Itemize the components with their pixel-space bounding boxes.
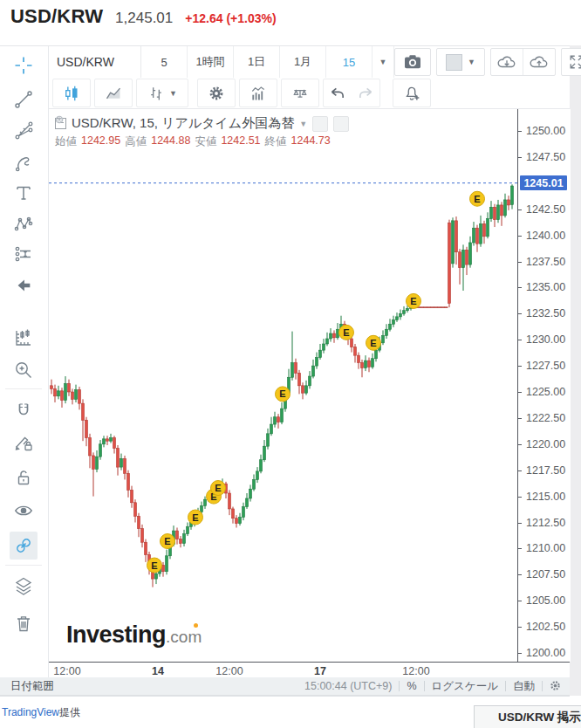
settings-button[interactable] — [197, 79, 236, 107]
trash-icon — [13, 613, 34, 634]
interval-button-1h[interactable]: 1時間 — [188, 46, 234, 78]
price-tick-label: 1230.00 — [526, 333, 565, 346]
object-tree-tool[interactable] — [10, 572, 38, 600]
candles-style-button[interactable] — [52, 79, 91, 107]
axis-settings-button[interactable] — [550, 680, 561, 692]
xabcd-pattern-tool[interactable] — [10, 210, 38, 238]
symbol-search-field[interactable]: USD/KRW — [48, 46, 141, 78]
price-tick-label: 1202.50 — [526, 621, 565, 633]
chart-pane[interactable]: EEEEEEEEEE USD/KRW, 15, リアルタイム外国為替 ▼ 始値1… — [49, 109, 517, 662]
event-marker[interactable]: E — [276, 387, 290, 402]
event-marker[interactable]: E — [407, 293, 421, 308]
load-layout-button[interactable] — [491, 49, 523, 75]
chart-properties-button[interactable]: ▼ — [436, 48, 485, 76]
event-marker[interactable]: E — [470, 191, 485, 206]
close-value: 1244.73 — [291, 134, 331, 149]
event-marker[interactable]: E — [147, 558, 162, 573]
last-price: 1,245.01 — [115, 10, 173, 27]
lock-all-tool[interactable] — [10, 464, 38, 491]
event-marker[interactable]: E — [161, 534, 175, 549]
interval-button-1d[interactable]: 1日 — [234, 46, 280, 78]
alert-button[interactable] — [393, 79, 431, 107]
gann-fibonacci-tool[interactable] — [10, 117, 38, 145]
fullscreen-button[interactable] — [561, 48, 581, 76]
crosshair-icon — [13, 55, 34, 76]
candles-style-icon — [63, 85, 80, 102]
candlestick-chart[interactable]: EEEEEEEEEE — [49, 109, 517, 662]
auto-scale-button[interactable]: 自動 — [513, 679, 535, 694]
price-tick-label: 1247.50 — [526, 151, 565, 163]
chart-toolbar-styles: ▼ — [48, 78, 570, 109]
cloud-upload-icon — [529, 53, 550, 71]
instrument-header: USD/KRW 1,245.01 +12.64 (+1.03%) — [10, 5, 277, 35]
price-tick-label: 1225.00 — [526, 386, 565, 398]
price-range-measure-tool[interactable] — [10, 324, 38, 352]
interval-button-1m[interactable]: 1月 — [280, 46, 326, 78]
crosshair-tool[interactable] — [10, 52, 38, 79]
last-price-tag: 1245.01 — [520, 175, 567, 190]
event-marker[interactable]: E — [339, 325, 354, 340]
price-tick-label: 1222.50 — [526, 412, 565, 424]
price-tick — [518, 209, 522, 210]
layers-icon — [13, 575, 34, 596]
tradingview-link[interactable]: TradingView — [2, 706, 59, 718]
camera-icon — [403, 54, 422, 70]
save-layout-button[interactable] — [523, 49, 555, 75]
date-range-button[interactable]: 日付範囲 — [10, 679, 54, 694]
open-label: 始値 — [55, 134, 77, 149]
price-tick — [518, 444, 522, 445]
board-title: USD/KRW 掲示板 — [498, 710, 581, 725]
svg-text:E: E — [215, 483, 221, 493]
price-tick — [518, 313, 522, 314]
divider — [505, 681, 506, 691]
legend-caret-icon[interactable]: ▼ — [299, 120, 307, 128]
price-tick — [518, 548, 522, 549]
sync-link-tool[interactable] — [10, 532, 38, 560]
text-tool[interactable] — [10, 179, 38, 207]
percent-scale-button[interactable]: % — [407, 680, 416, 692]
area-style-button[interactable] — [94, 79, 133, 107]
legend-hide-button[interactable] — [312, 116, 328, 132]
back-arrow-tool[interactable] — [10, 271, 38, 299]
legend-ohlc-row: 始値1242.95 高値1244.88 安値1242.51 終値1244.73 — [55, 134, 331, 149]
settings-gear-icon — [208, 85, 225, 102]
interval-button-5[interactable]: 5 — [141, 46, 188, 78]
log-scale-button[interactable]: ログスケール — [432, 679, 498, 694]
magnet-tool[interactable] — [10, 397, 38, 425]
prediction-measure-tool[interactable] — [10, 240, 38, 268]
high-value: 1244.88 — [151, 134, 190, 149]
interval-button-15-active[interactable]: 15 — [326, 46, 373, 78]
brush-tool[interactable] — [10, 149, 38, 177]
compare-button[interactable] — [281, 79, 319, 107]
mini-gear-icon — [55, 115, 64, 124]
bars-style-dropdown-button[interactable]: ▼ — [136, 79, 188, 107]
drawing-lock-tool[interactable] — [10, 429, 38, 457]
price-tick-label: 1205.00 — [526, 594, 565, 607]
price-axis[interactable]: 1250.001247.501242.501240.001237.501235.… — [517, 109, 571, 662]
zoom-in-icon — [13, 360, 34, 381]
price-tick-label: 1242.50 — [526, 203, 565, 216]
svg-text:E: E — [410, 296, 416, 306]
bars-style-icon — [147, 85, 165, 102]
snapshot-camera-button[interactable] — [394, 48, 431, 76]
remove-all-tool[interactable] — [10, 609, 38, 637]
price-tick-label: 1235.00 — [526, 281, 565, 293]
redo-icon[interactable] — [357, 86, 374, 101]
board-link-box[interactable]: USD/KRW 掲示板 — [474, 705, 581, 728]
event-marker[interactable]: E — [211, 481, 226, 496]
event-marker[interactable]: E — [366, 335, 381, 350]
brush-icon — [13, 153, 34, 174]
zoom-in-tool[interactable] — [10, 356, 38, 384]
svg-text:E: E — [474, 194, 480, 204]
indicators-button[interactable] — [239, 79, 277, 107]
pencil-lock-icon — [13, 432, 34, 453]
hide-all-tool[interactable] — [10, 497, 38, 525]
svg-text:E: E — [151, 560, 157, 571]
event-marker[interactable]: E — [188, 510, 203, 525]
time-axis[interactable]: 12:001412:001712:00 — [49, 662, 570, 678]
trend-line-tool[interactable] — [10, 86, 38, 113]
legend-settings-button[interactable] — [333, 116, 349, 132]
clock-label: 15:00:44 (UTC+9) — [304, 680, 392, 692]
interval-dropdown-caret[interactable]: ▼ — [373, 46, 394, 78]
undo-icon[interactable] — [329, 86, 346, 101]
